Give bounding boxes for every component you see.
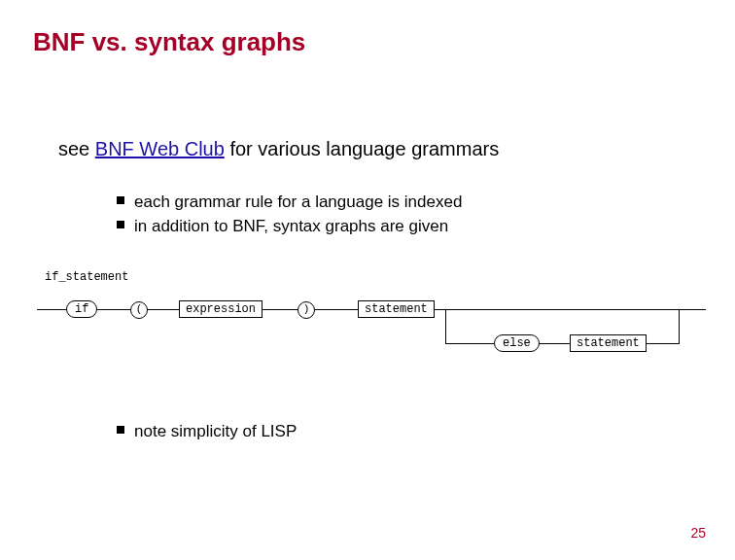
bullet-item: each grammar rule for a language is inde…: [117, 191, 462, 215]
slide: BNF vs. syntax graphs see BNF Web Club f…: [0, 0, 735, 560]
bullet-square-icon: [117, 196, 124, 204]
intro-line: see BNF Web Club for various language gr…: [58, 138, 499, 160]
bullet-text: in addition to BNF, syntax graphs are gi…: [134, 215, 448, 239]
bullet-square-icon: [117, 426, 124, 434]
bullet-item: note simplicity of LISP: [117, 420, 297, 444]
page-number: 25: [690, 525, 706, 541]
bullet-item: in addition to BNF, syntax graphs are gi…: [117, 215, 462, 239]
node-rparen: ): [298, 301, 315, 319]
intro-prefix: see: [58, 138, 95, 159]
node-else: else: [494, 334, 540, 352]
node-statement: statement: [358, 300, 435, 318]
slide-title: BNF vs. syntax graphs: [33, 27, 305, 57]
bullet-text: note simplicity of LISP: [134, 420, 297, 444]
bullets-bottom: note simplicity of LISP: [117, 420, 297, 444]
intro-suffix: for various language grammars: [225, 138, 499, 159]
node-expression: expression: [179, 300, 262, 318]
node-if: if: [66, 300, 97, 318]
bnf-web-club-link[interactable]: BNF Web Club: [95, 138, 225, 159]
node-lparen: (: [130, 301, 148, 319]
node-statement2: statement: [570, 334, 647, 352]
bullet-square-icon: [117, 221, 124, 228]
diagram-line: [679, 309, 680, 344]
bullets-top: each grammar rule for a language is inde…: [117, 191, 462, 238]
diagram-line: [445, 309, 446, 343]
diagram-label: if_statement: [45, 270, 128, 284]
bullet-text: each grammar rule for a language is inde…: [134, 191, 462, 215]
syntax-graph: if_statement if ( expression ) statement…: [37, 270, 708, 375]
